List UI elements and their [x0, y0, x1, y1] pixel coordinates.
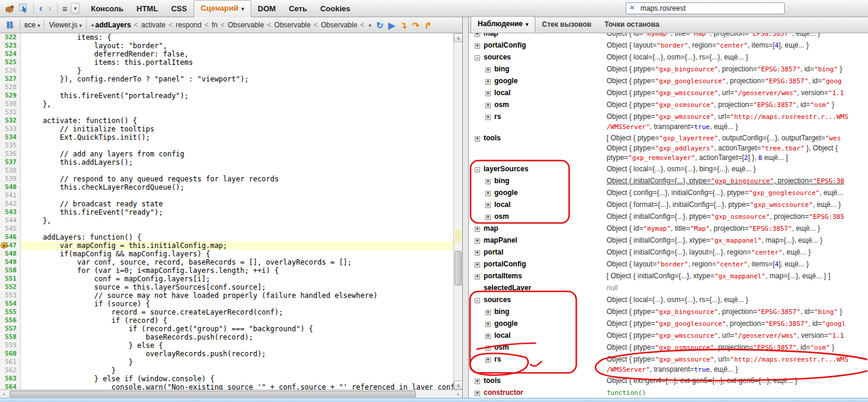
line-number[interactable]: 538: [0, 167, 21, 175]
line-number[interactable]: 529: [0, 92, 21, 100]
watch-key[interactable]: osm: [494, 100, 509, 109]
watch-key[interactable]: bing: [494, 65, 509, 73]
tab-консоль[interactable]: Консоль: [84, 1, 130, 17]
scroll-left-icon[interactable]: ‹: [0, 390, 8, 398]
line-number[interactable]: 522: [0, 33, 21, 42]
horizontal-scrollbar-thumb[interactable]: [10, 391, 416, 397]
watch-value[interactable]: Object { local={...}, osm={...}, rs={...…: [607, 294, 868, 306]
line-number[interactable]: 525: [0, 58, 21, 67]
side-tab-точки-останова[interactable]: Точки останова: [598, 17, 665, 33]
watch-value[interactable]: Object { ext-gen4={...}, ext-gen5={...},…: [607, 375, 868, 387]
line-number[interactable]: 535: [0, 142, 21, 150]
line-number[interactable]: 564: [0, 383, 21, 390]
vertical-scrollbar-thumb[interactable]: [454, 251, 462, 285]
watch-value[interactable]: Object { local={...}, osm={...}, bing={.…: [607, 163, 868, 175]
expand-icon[interactable]: +: [485, 203, 491, 208]
expand-icon[interactable]: +: [475, 227, 480, 232]
line-number[interactable]: 530: [0, 100, 21, 108]
line-number[interactable]: 560: [0, 350, 21, 358]
watch-value[interactable]: Object { ptype="gxp_bingsource", project…: [607, 63, 868, 75]
expand-icon[interactable]: +: [485, 115, 491, 120]
line-number[interactable]: 555: [0, 308, 21, 316]
watch-key[interactable]: map: [484, 33, 498, 37]
watch-value[interactable]: null: [607, 282, 868, 294]
line-number[interactable]: 554: [0, 300, 21, 308]
stack-frame[interactable]: Observable: [274, 21, 311, 29]
script-file-dropdown[interactable]: Viewer.js▾: [47, 21, 83, 29]
watch-key[interactable]: layerSources: [484, 165, 528, 173]
stack-frame[interactable]: Observable: [228, 21, 264, 29]
line-number[interactable]: 563: [0, 375, 21, 383]
watch-value[interactable]: Object { local={...}, osm={...}, rs={...…: [607, 51, 868, 63]
watch-value[interactable]: Object { ptype="gxp_wmscsource", url="/g…: [607, 329, 868, 341]
watch-value[interactable]: Object { layout="border", region="center…: [607, 39, 868, 51]
line-number[interactable]: 536: [0, 150, 21, 158]
watch-key[interactable]: portal: [484, 248, 503, 256]
line-number[interactable]: 526: [0, 67, 21, 75]
tab-сеть[interactable]: Сеть: [282, 1, 314, 17]
expand-icon[interactable]: +: [475, 43, 480, 49]
watch-key[interactable]: osm: [494, 212, 509, 221]
watch-value[interactable]: Object { ptype="gxp_googlesource", proje…: [607, 318, 868, 329]
expand-icon[interactable]: +: [485, 310, 491, 315]
watch-key[interactable]: osm: [494, 343, 509, 351]
expand-icon[interactable]: +: [485, 322, 491, 327]
line-number[interactable]: 557: [0, 325, 21, 333]
menu-caret-button[interactable]: ▾: [71, 3, 80, 14]
line-number[interactable]: 553: [0, 291, 21, 300]
watch-key[interactable]: local: [494, 89, 510, 97]
expand-icon[interactable]: +: [485, 179, 491, 184]
watch-key[interactable]: local: [494, 200, 510, 209]
line-number[interactable]: 528: [0, 83, 21, 92]
tab-html[interactable]: HTML: [130, 1, 165, 17]
watch-value[interactable]: Object { initialConfig={...}, ptype="gxp…: [607, 211, 868, 222]
vertical-scrollbar[interactable]: ∧ ∨: [453, 33, 462, 390]
line-number[interactable]: 547: [0, 241, 21, 250]
watch-value[interactable]: [ Object { initialConfig={...}, xtype="g…: [607, 270, 868, 282]
watch-value[interactable]: Object { initialConfig={...}, xtype="gx_…: [607, 234, 868, 246]
collapse-icon[interactable]: -: [475, 167, 480, 172]
step-out-button[interactable]: ↱: [424, 21, 432, 30]
script-filter-dropdown[interactable]: все▾: [23, 21, 42, 29]
scroll-down-icon[interactable]: ∨: [454, 381, 462, 390]
collapse-icon[interactable]: -: [475, 298, 480, 303]
watch-value[interactable]: [ Object { ptype="gxp_layertree", output…: [607, 132, 868, 163]
watch-key[interactable]: bing: [494, 177, 509, 185]
expand-icon[interactable]: +: [475, 33, 480, 37]
line-number[interactable]: 544: [0, 216, 21, 225]
watch-key[interactable]: selectedLayer: [484, 284, 531, 292]
tab-cookies[interactable]: Cookies: [314, 1, 357, 17]
forward-button[interactable]: ›: [45, 4, 54, 13]
line-number[interactable]: 543: [0, 208, 21, 216]
watch-key[interactable]: google: [494, 319, 517, 328]
expand-icon[interactable]: +: [475, 274, 480, 279]
watch-value[interactable]: Object { ptype="gxp_wmscsource", url="/g…: [607, 87, 868, 99]
line-number[interactable]: 527: [0, 75, 21, 83]
line-number[interactable]: 558: [0, 333, 21, 341]
line-number[interactable]: 559: [0, 341, 21, 350]
step-into-button[interactable]: ↴: [400, 21, 408, 30]
expand-icon[interactable]: +: [485, 357, 491, 363]
expand-icon[interactable]: +: [485, 103, 491, 108]
expand-icon[interactable]: +: [475, 379, 480, 384]
code-lines[interactable]: 522 items: {523 layout: "border",524 def…: [0, 33, 453, 390]
back-button[interactable]: ‹: [36, 4, 45, 13]
tab-css[interactable]: CSS: [165, 1, 194, 17]
tab-dom[interactable]: DOM: [251, 1, 282, 17]
breadcrumb-scroll-right-icon[interactable]: ▸: [369, 22, 372, 28]
watch-value[interactable]: Object { ptype="gxp_googlesource", proje…: [607, 75, 868, 87]
watch-value[interactable]: Object { ptype="gxp_osmsource", projecti…: [607, 99, 868, 111]
break-on-next-icon[interactable]: [4, 18, 17, 32]
line-number[interactable]: 549: [0, 258, 21, 266]
watch-value[interactable]: Object { ptype="gxp_wmssource", url="htt…: [607, 353, 868, 375]
breadcrumb-scroll-left-icon[interactable]: ◂: [91, 22, 94, 28]
watch-key[interactable]: bing: [494, 307, 509, 316]
panel-splitter[interactable]: [463, 17, 469, 398]
watch-value[interactable]: Object { config={...}, initialConfig={..…: [607, 187, 868, 199]
expand-icon[interactable]: +: [485, 67, 491, 73]
expand-icon[interactable]: +: [485, 79, 491, 84]
scroll-up-icon[interactable]: ∧: [454, 33, 462, 42]
line-number[interactable]: 541: [0, 191, 21, 200]
expand-icon[interactable]: +: [475, 262, 480, 268]
watch-key[interactable]: rs: [494, 355, 501, 363]
